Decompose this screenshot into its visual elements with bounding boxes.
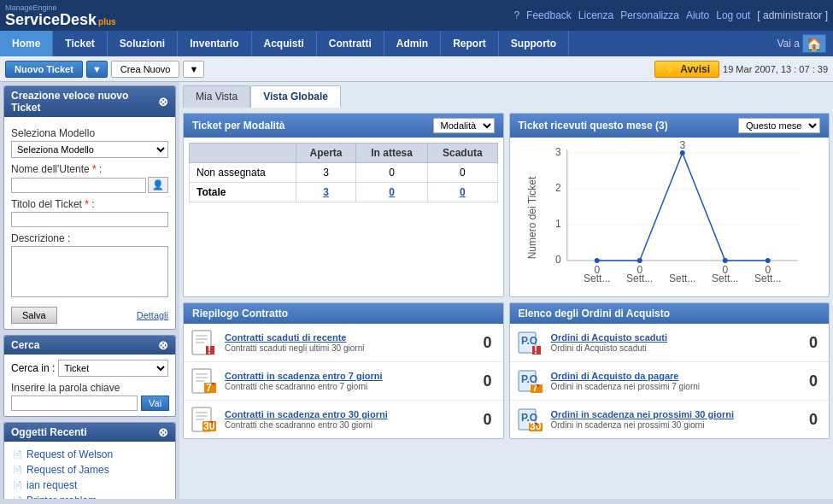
svg-text:1: 1 [555, 218, 561, 230]
logout-link[interactable]: Log out [716, 9, 750, 21]
nome-utente-icon-btn[interactable]: 👤 [148, 177, 168, 193]
recent-item-1[interactable]: 📄 Request of Welson [11, 448, 168, 460]
personalizza-link[interactable]: Personalizza [620, 9, 679, 21]
svg-text:Sett...: Sett... [712, 273, 738, 284]
crea-nuovo-dropdown[interactable]: ▼ [183, 61, 204, 78]
ordini-section-header: Elenco degli Ordini di Acquisto [510, 303, 830, 324]
svg-text:Sett...: Sett... [669, 273, 695, 284]
cerca-in-label: Cerca in : [11, 362, 55, 374]
ordini-icon-1: P.O ! [517, 329, 544, 356]
contratto-title: Riepilogo Contratto [192, 308, 288, 319]
list-item: 📄 ian request [11, 478, 168, 493]
nuovo-ticket-button[interactable]: Nuovo Ticket [5, 61, 83, 78]
chart-svg: Numero dei Ticket 0 1 2 3 [517, 141, 823, 290]
ordini-item-2: P.O 7 Ordini di Acquisto da pagare Ordin… [510, 362, 830, 401]
crea-nuovo-button[interactable]: Crea Nuovo [111, 61, 180, 78]
ordini-count-2: 0 [805, 372, 822, 390]
form-actions: Salva Dettagli [11, 307, 168, 324]
svg-text:30: 30 [203, 420, 215, 432]
question-link[interactable]: ? [513, 9, 519, 21]
search-panel-body: Cerca in : Ticket Inserire la parola chi… [4, 355, 175, 416]
svg-text:7: 7 [206, 382, 212, 394]
svg-text:30: 30 [530, 420, 542, 432]
nav-inventario[interactable]: Inventario [178, 31, 251, 56]
descrizione-textarea[interactable] [11, 246, 168, 297]
nav-report[interactable]: Report [441, 31, 499, 56]
recent-item-4[interactable]: 📄 Printer problem [11, 495, 168, 499]
ordini-content-1: Ordini di Acquisto scaduti Ordini di Acq… [551, 332, 799, 353]
nav-acquisti[interactable]: Acquisti [252, 31, 317, 56]
contract-30day-icon: 30 [191, 406, 218, 433]
vai-button[interactable]: Vai [141, 396, 169, 411]
top-links: ? Feedback Licenza Personalizza Aiuto Lo… [513, 9, 828, 21]
tab-vista-globale[interactable]: Vista Globale [250, 85, 341, 108]
nome-utente-label: Nome dell'Utente * : [11, 163, 168, 175]
logo-area: ManageEngine ServiceDesk plus [5, 3, 125, 27]
ordini-desc-3: Ordini in scadenza nei prossimi 30 giorn… [551, 420, 799, 430]
vai-label: Vai a [777, 38, 799, 50]
ordini-title-1[interactable]: Ordini di Acquisto scaduti [551, 332, 799, 343]
svg-text:0: 0 [555, 254, 561, 266]
contratto-item-2: 7 Contratti in scadenza entro 7 giorni C… [184, 362, 503, 401]
top-bar: ManageEngine ServiceDesk plus ? Feedback… [0, 0, 833, 31]
recent-item-3[interactable]: 📄 ian request [11, 479, 168, 491]
ordini-count-3: 0 [805, 411, 822, 429]
ordini-title-2[interactable]: Ordini di Acquisto da pagare [551, 371, 799, 381]
recent-panel-header: Oggetti Recenti ⊗ [4, 423, 175, 442]
admin-label: [ administrator ] [757, 9, 828, 21]
contratto-count-2: 0 [479, 372, 496, 390]
recent-item-2[interactable]: 📄 Request of James [11, 464, 168, 476]
nav-ticket[interactable]: Ticket [53, 31, 107, 56]
seleziona-modello-select[interactable]: Seleziona Modello [11, 141, 168, 158]
svg-text:3: 3 [679, 141, 685, 151]
nome-utente-input[interactable] [11, 178, 146, 193]
nav-admin[interactable]: Admin [384, 31, 441, 56]
row-non-assegnata-attesa: 0 [356, 163, 428, 183]
titolo-ticket-input[interactable] [11, 212, 168, 227]
contract-expired-icon: ! [191, 329, 218, 356]
creation-panel-close[interactable]: ⊗ [158, 96, 168, 108]
modalita-select[interactable]: Modalità [433, 118, 495, 133]
contratto-item-1: ! Contratti scaduti di recente Contratti… [184, 324, 503, 362]
po-30day-icon: P.O 30 [517, 406, 544, 433]
contratto-body: ! Contratti scaduti di recente Contratti… [184, 324, 503, 438]
ordini-title-3[interactable]: Ordini in scadenza nei prossimi 30 giorn… [551, 409, 799, 419]
vai-icon-btn[interactable]: 🏠 [802, 34, 826, 53]
contratto-title-3[interactable]: Contratti in scadenza entro 30 giorni [225, 409, 472, 419]
nuovo-ticket-dropdown[interactable]: ▼ [86, 61, 108, 78]
date-display: 19 Mar 2007, 13 : 07 : 39 [723, 64, 828, 74]
doc-icon-2: 📄 [11, 464, 23, 476]
main-layout: Creazione veloce nuovo Ticket ⊗ Selezion… [0, 82, 833, 499]
feedback-link[interactable]: Feedback [526, 9, 572, 21]
th-aperta: Aperta [296, 144, 355, 163]
contratto-title-1[interactable]: Contratti scaduti di recente [225, 332, 472, 343]
po-expired-icon: P.O ! [517, 329, 544, 356]
ticket-table-body: Aperta In attesa Scaduta Non assegnata 3… [184, 138, 503, 208]
po-7day-icon: P.O 7 [517, 367, 544, 395]
doc-icon-4: 📄 [11, 495, 23, 499]
search-panel-close[interactable]: ⊗ [158, 339, 168, 351]
aiuto-link[interactable]: Aiuto [686, 9, 709, 21]
cerca-in-select[interactable]: Ticket [58, 360, 168, 377]
creation-panel-header: Creazione veloce nuovo Ticket ⊗ [4, 86, 175, 117]
list-item: 📄 Request of James [11, 462, 168, 478]
search-input[interactable] [11, 396, 138, 411]
nav-home[interactable]: Home [0, 31, 53, 56]
nav-supporto[interactable]: Supporto [499, 31, 569, 56]
list-item: 📄 Request of Welson [11, 447, 168, 462]
salva-button[interactable]: Salva [11, 307, 57, 324]
recent-list: 📄 Request of Welson 📄 Request of James 📄 [11, 447, 168, 499]
main-content: Mia Vista Vista Globale Ticket per Modal… [179, 82, 833, 499]
table-row: Non assegnata 3 0 0 [190, 163, 498, 183]
recent-panel-close[interactable]: ⊗ [158, 426, 168, 438]
nav-contratti[interactable]: Contratti [317, 31, 384, 56]
dettagli-button[interactable]: Dettagli [137, 307, 168, 324]
search-panel: Cerca ⊗ Cerca in : Ticket Inserire la pa… [3, 335, 176, 417]
questo-mese-select[interactable]: Questo mese [738, 118, 820, 133]
avvisi-label: Avvisi [680, 63, 710, 75]
contratto-title-2[interactable]: Contratti in scadenza entro 7 giorni [225, 371, 472, 381]
tab-mia-vista[interactable]: Mia Vista [183, 85, 250, 108]
licenza-link[interactable]: Licenza [578, 9, 613, 21]
nav-soluzioni[interactable]: Soluzioni [108, 31, 178, 56]
avvisi-button[interactable]: ⚡ Avvisi [654, 61, 719, 78]
